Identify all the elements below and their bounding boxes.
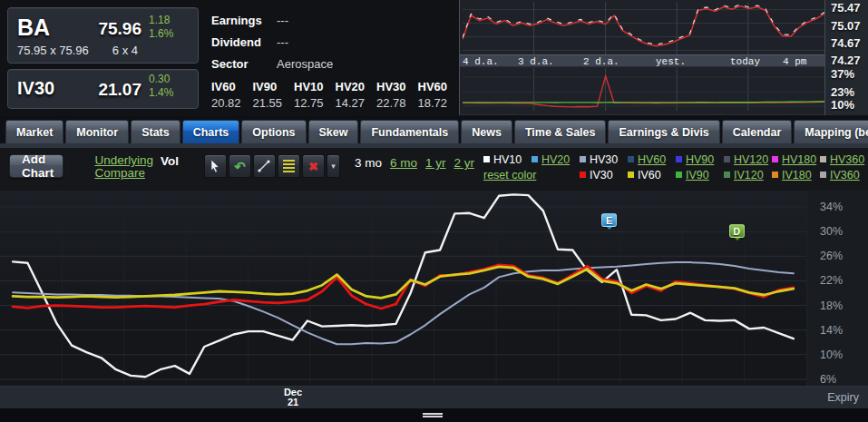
legend-label: IV180	[782, 169, 812, 182]
legend-item-hv60[interactable]: HV60	[628, 153, 676, 166]
legend-swatch-hv30	[580, 156, 586, 162]
dividend-row: Dividend ---	[211, 31, 459, 53]
vol-chart-plot[interactable]: ED	[0, 191, 806, 386]
stat-label: HV20	[336, 80, 377, 93]
legend-item-iv30[interactable]: IV30	[580, 169, 628, 182]
intraday-mini-chart: 4 d.a.3 d.a.2 d.a.yest.today4 pm 75.4775…	[459, 0, 868, 115]
menu-tab-news[interactable]: News	[461, 120, 512, 143]
legend-swatch-hv180	[772, 156, 778, 162]
legend-label: IV60	[638, 169, 661, 182]
menu-tab-earnings-divis[interactable]: Earnings & Divis	[608, 120, 719, 143]
legend-item-hv10[interactable]: HV10	[483, 153, 532, 166]
legend-swatch-iv60	[628, 172, 634, 178]
legend-swatch-iv90	[676, 172, 682, 178]
y-tick: 22%	[820, 274, 843, 287]
dividend-marker[interactable]: D	[729, 224, 745, 238]
menu-tab-stats[interactable]: Stats	[131, 120, 180, 143]
legend-swatch-iv180	[772, 172, 778, 178]
legend-label: IV90	[686, 169, 709, 182]
period-2-yr[interactable]: 2 yr	[454, 156, 474, 170]
stat-value: 20.82	[211, 96, 253, 110]
time-label: 2 d.a.	[583, 56, 619, 67]
legend-item-hv30[interactable]: HV30	[580, 153, 628, 166]
period-3-mo[interactable]: 3 mo	[355, 156, 382, 170]
delete-tool[interactable]: ✖	[302, 154, 325, 178]
legend-item-iv60[interactable]: IV60	[628, 169, 676, 182]
menu-tab-mapping-beta-[interactable]: Mapping (beta)	[794, 120, 868, 143]
legend-label: HV120	[734, 153, 768, 166]
price-tick: 75.47	[831, 1, 861, 15]
add-chart-label[interactable]: Add Chart	[10, 155, 63, 177]
intraday-vol-plot	[463, 68, 824, 111]
y-tick: 26%	[820, 250, 843, 262]
stat-label: IV90	[253, 80, 295, 93]
legend-swatch-hv60	[628, 156, 634, 162]
legend-item-hv120[interactable]: HV120	[724, 153, 772, 166]
vol-chart-area: ED 34%30%26%22%18%14%10%6%	[0, 191, 868, 386]
menu-tab-market[interactable]: Market	[5, 120, 63, 143]
stat-iv60: IV6020.82	[211, 80, 253, 110]
y-axis-labels: 34%30%26%22%18%14%10%6%	[806, 191, 868, 386]
intraday-price-plot	[463, 2, 824, 54]
menu-tab-calendar[interactable]: Calendar	[722, 120, 793, 143]
iv30-label: IV30	[17, 78, 54, 99]
symbol: BA	[17, 15, 50, 41]
stat-label: HV10	[294, 80, 336, 93]
stat-hv20: HV2014.27	[336, 80, 377, 110]
price-tick: 74.67	[831, 36, 861, 50]
legend-item-hv360[interactable]: HV360	[820, 153, 868, 166]
pointer-tool[interactable]	[204, 154, 227, 178]
menu-tab-time-sales[interactable]: Time & Sales	[514, 120, 607, 143]
legend-swatch-hv360	[820, 156, 826, 162]
period-6-mo[interactable]: 6 mo	[390, 156, 417, 170]
y-tick: 6%	[820, 373, 836, 386]
legend-swatch-hv20	[532, 156, 538, 162]
intraday-axis-labels: 75.4775.0774.6774.2737%23%10%	[824, 0, 868, 115]
menu-tab-fundamentals[interactable]: Fundamentals	[360, 120, 459, 143]
legend-item-iv360[interactable]: IV360	[820, 169, 868, 182]
x-axis-date: Dec 21	[279, 388, 307, 407]
y-tick: 14%	[820, 324, 843, 337]
earnings-row: Earnings ---	[211, 9, 459, 31]
earnings-marker[interactable]: E	[601, 213, 617, 227]
iv30-change-percent: 1.4%	[149, 86, 189, 100]
menu-tab-charts[interactable]: Charts	[182, 120, 240, 143]
legend-item-hv20[interactable]: HV20	[532, 153, 580, 166]
stat-value: 14.27	[336, 96, 377, 110]
legend-label: IV360	[830, 169, 860, 182]
undo-tool[interactable]: ↶	[229, 154, 251, 178]
y-tick: 30%	[820, 225, 843, 238]
line-tool[interactable]	[253, 154, 276, 178]
stat-value: 22.78	[376, 96, 418, 110]
levels-tool[interactable]	[278, 154, 300, 178]
stat-value: 12.75	[294, 96, 336, 110]
legend-item-iv90[interactable]: IV90	[676, 169, 724, 182]
series-line-hv30	[13, 262, 794, 344]
menu-tab-monitor[interactable]: Monitor	[65, 120, 129, 143]
tool-dropdown[interactable]: ▾	[327, 154, 340, 178]
iv30-value: 21.07	[98, 80, 141, 100]
iv30-change: 0.30 1.4%	[149, 73, 189, 100]
stat-iv90: IV9021.55	[253, 80, 295, 110]
stat-value: 18.72	[418, 96, 460, 110]
bid-ask-size: 6 x 4	[112, 44, 138, 57]
menu-tab-options[interactable]: Options	[241, 120, 306, 143]
intraday-time-axis: 4 d.a.3 d.a.2 d.a.yest.today4 pm	[460, 54, 825, 67]
legend-item-iv180[interactable]: IV180	[772, 169, 820, 182]
legend-label: HV360	[830, 153, 864, 166]
legend-item-iv120[interactable]: IV120	[724, 169, 772, 182]
underlying-compare-link[interactable]: Underlying Compare	[94, 154, 153, 180]
legend-swatch-iv360	[820, 172, 826, 178]
time-label: today	[730, 56, 760, 67]
vol-tick: 37%	[831, 67, 854, 81]
add-chart-button[interactable]: Add Chart ▾	[9, 154, 63, 178]
legend-item-hv180[interactable]: HV180	[772, 153, 820, 166]
legend-item-hv90[interactable]: HV90	[676, 153, 724, 166]
reset-color-link[interactable]: reset color	[483, 169, 580, 182]
legend-label: HV90	[686, 153, 714, 166]
vol-tick: 10%	[831, 98, 854, 112]
stat-label: HV30	[376, 80, 418, 93]
scroll-handle[interactable]	[423, 413, 443, 417]
period-1-yr[interactable]: 1 yr	[425, 156, 446, 170]
menu-tab-skew[interactable]: Skew	[308, 120, 359, 143]
